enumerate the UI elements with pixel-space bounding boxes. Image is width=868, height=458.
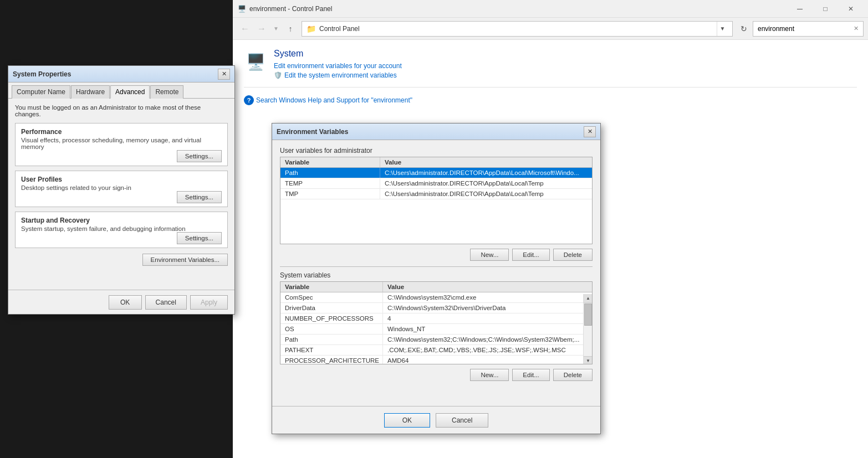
performance-desc: Visual effects, processor scheduling, me…: [21, 137, 222, 150]
user-table-header: Variable Value: [280, 157, 592, 168]
user-new-button[interactable]: New...: [470, 249, 509, 261]
env-vars-close-button[interactable]: ✕: [584, 126, 596, 137]
maximize-button[interactable]: □: [813, 0, 838, 18]
sys-var-value: C:\Windows\system32\cmd.exe: [383, 292, 592, 302]
edit-sys-env-link[interactable]: Edit the system environment variables: [284, 71, 397, 79]
refresh-button[interactable]: ↻: [736, 21, 752, 37]
dialog-tabs: Computer Name Hardware Advanced Remote: [8, 83, 234, 99]
sys-props-titlebar: System Properties ✕: [8, 66, 234, 83]
system-header-icon: 🖥️: [244, 50, 267, 73]
sys-var-name: PROCESSOR_ARCHITECTURE: [280, 356, 383, 364]
user-profiles-settings-button[interactable]: Settings...: [177, 191, 222, 203]
control-panel-title: environment - Control Panel: [249, 5, 787, 13]
sys-var-name: ComSpec: [280, 292, 383, 302]
sys-table-header: Variable Value: [280, 282, 592, 292]
shield-icon: 🛡️: [274, 71, 282, 79]
sys-var-value: AMD64: [383, 356, 592, 364]
system-header: 🖥️ System Edit environment variables for…: [244, 49, 857, 88]
scrollbar-track[interactable]: ▲ ▼: [583, 294, 592, 364]
system-properties-dialog: System Properties ✕ Computer Name Hardwa…: [8, 65, 235, 315]
sys-var-row-driverdata[interactable]: DriverData C:\Windows\System32\Drivers\D…: [280, 303, 592, 313]
system-links-container: System Edit environment variables for yo…: [274, 49, 402, 79]
sys-var-value: .COM;.EXE;.BAT;.CMD;.VBS;.VBE;.JS;.JSE;.…: [383, 345, 592, 355]
sys-props-footer: OK Cancel Apply: [8, 290, 234, 314]
search-input[interactable]: [758, 25, 851, 33]
address-dropdown-button[interactable]: ▼: [717, 22, 728, 36]
environment-variables-dialog: Environment Variables ✕ User variables f…: [272, 123, 601, 434]
user-var-name: Path: [280, 168, 380, 178]
search-clear-icon[interactable]: ✕: [854, 25, 859, 32]
user-var-row-temp[interactable]: TEMP C:\Users\administrator.DIRECTOR\App…: [280, 178, 592, 189]
system-variables-title: System variables: [280, 271, 593, 279]
user-profiles-title: User Profiles: [21, 176, 222, 183]
startup-recovery-section: Startup and Recovery System startup, sys…: [15, 212, 228, 248]
sys-delete-button[interactable]: Delete: [553, 369, 593, 381]
tab-hardware[interactable]: Hardware: [71, 85, 110, 99]
scrollbar-down-arrow[interactable]: ▼: [584, 356, 593, 364]
sys-var-row-os[interactable]: OS Windows_NT: [280, 324, 592, 335]
sys-val-header: Value: [383, 282, 592, 292]
sys-var-row-pathext[interactable]: PATHEXT .COM;.EXE;.BAT;.CMD;.VBS;.VBE;.J…: [280, 345, 592, 356]
user-variables-title: User variables for administrator: [280, 147, 593, 155]
user-delete-button[interactable]: Delete: [553, 249, 593, 261]
recent-locations-button[interactable]: ▼: [270, 21, 282, 37]
user-var-header: Variable: [280, 157, 380, 167]
cancel-button[interactable]: Cancel: [145, 295, 187, 310]
forward-button[interactable]: →: [254, 21, 269, 37]
admin-notice: You must be logged on as an Administrato…: [15, 104, 228, 117]
control-panel-icon: 🖥️: [237, 4, 246, 13]
performance-section: Performance Visual effects, processor sc…: [15, 123, 228, 166]
sys-props-title: System Properties: [13, 70, 218, 78]
minimize-button[interactable]: ─: [787, 0, 813, 18]
up-button[interactable]: ↑: [283, 21, 298, 37]
sys-var-name: NUMBER_OF_PROCESSORS: [280, 313, 383, 323]
user-var-value: C:\Users\administrator.DIRECTOR\AppData\…: [380, 189, 592, 199]
user-edit-button[interactable]: Edit...: [512, 249, 549, 261]
close-button[interactable]: ✕: [838, 0, 864, 18]
user-val-header: Value: [380, 157, 592, 167]
startup-recovery-title: Startup and Recovery: [21, 217, 222, 224]
system-variables-section: System variables Variable Value ComSpec …: [280, 271, 593, 381]
env-cancel-button[interactable]: Cancel: [436, 413, 488, 428]
sys-edit-button[interactable]: Edit...: [512, 369, 549, 381]
system-variables-table-container: Variable Value ComSpec C:\Windows\system…: [280, 281, 593, 364]
sys-var-row-path[interactable]: Path C:\Windows\system32;C:\Windows;C:\W…: [280, 335, 592, 345]
performance-title: Performance: [21, 128, 222, 136]
apply-button[interactable]: Apply: [190, 295, 228, 310]
environment-variables-button[interactable]: Environment Variables...: [142, 254, 228, 266]
sys-props-close-button[interactable]: ✕: [218, 69, 230, 80]
sys-var-name: PATHEXT: [280, 345, 383, 355]
sys-var-row-nop[interactable]: NUMBER_OF_PROCESSORS 4: [280, 313, 592, 324]
sys-var-name: DriverData: [280, 303, 383, 313]
tab-advanced[interactable]: Advanced: [110, 85, 150, 99]
scrollbar-thumb[interactable]: [584, 303, 592, 326]
sys-var-value: 4: [383, 313, 592, 323]
sys-var-value: C:\Windows\system32;C:\Windows;C:\Window…: [383, 335, 592, 344]
env-vars-titlebar: Environment Variables ✕: [272, 123, 600, 140]
sys-new-button[interactable]: New...: [470, 369, 509, 381]
system-title: System: [274, 49, 402, 59]
user-var-row-path[interactable]: Path C:\Users\administrator.DIRECTOR\App…: [280, 168, 592, 178]
scrollbar-up-arrow[interactable]: ▲: [584, 294, 593, 303]
performance-settings-button[interactable]: Settings...: [177, 150, 222, 162]
user-var-row-tmp[interactable]: TMP C:\Users\administrator.DIRECTOR\AppD…: [280, 189, 592, 199]
startup-recovery-settings-button[interactable]: Settings...: [177, 232, 222, 244]
sys-var-header: Variable: [280, 282, 383, 292]
address-path: Control Panel: [319, 25, 360, 33]
user-variables-table-container: Variable Value Path C:\Users\administrat…: [280, 157, 593, 244]
env-ok-button[interactable]: OK: [384, 413, 430, 428]
user-profiles-desc: Desktop settings related to your sign-in: [21, 184, 222, 191]
help-link[interactable]: Search Windows Help and Support for "env…: [256, 96, 412, 104]
user-var-value: C:\Users\administrator.DIRECTOR\AppData\…: [380, 178, 592, 188]
back-button[interactable]: ←: [237, 21, 253, 37]
ok-button[interactable]: OK: [109, 295, 142, 310]
tab-remote[interactable]: Remote: [150, 85, 183, 99]
edit-user-env-link[interactable]: Edit environment variables for your acco…: [274, 62, 402, 70]
user-var-name: TEMP: [280, 178, 380, 188]
sys-var-row-comspec[interactable]: ComSpec C:\Windows\system32\cmd.exe: [280, 292, 592, 303]
sys-var-value: C:\Windows\System32\Drivers\DriverData: [383, 303, 592, 313]
sys-var-row-proc-arch[interactable]: PROCESSOR_ARCHITECTURE AMD64: [280, 356, 592, 364]
tab-computer-name[interactable]: Computer Name: [12, 85, 70, 99]
sys-var-name: OS: [280, 324, 383, 334]
user-buttons-row: New... Edit... Delete: [280, 249, 593, 261]
